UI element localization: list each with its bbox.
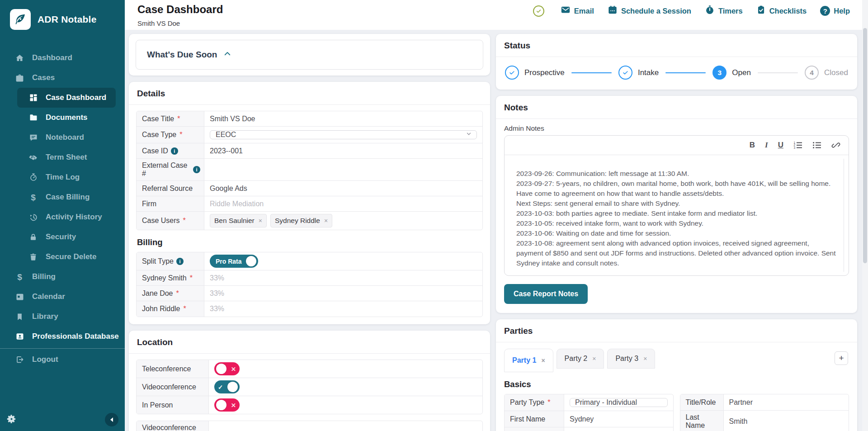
step-open[interactable]: 3 Open [712,66,751,80]
last-name-label: Last Name [680,411,724,431]
tab-party-1[interactable]: Party 1 × [504,349,553,372]
email-button[interactable]: Email [561,5,594,17]
external-case-field[interactable] [204,159,482,180]
case-users-row: Case Users* Ben Saulnier× Sydney Riddle× [137,212,482,230]
add-party-button[interactable]: + [835,351,848,365]
referral-source-field[interactable]: Google Ads [204,181,482,196]
sidebar-item-secure-delete[interactable]: Secure Delete [0,247,125,267]
sidebar-item-library[interactable]: Library [0,307,125,327]
sidebar-item-documents[interactable]: Documents [0,108,125,128]
teleconference-toggle[interactable] [214,362,240,375]
page-scrollbar-thumb[interactable] [863,28,867,263]
required-marker: * [190,274,193,282]
info-icon[interactable] [171,147,178,155]
brand-name: ADR Notable [38,14,97,25]
last-name-row: Last Name Smith [680,411,849,431]
case-report-notes-button[interactable]: Case Report Notes [504,284,588,304]
admin-notes-content[interactable]: 2023-09-26: Communication: left message … [505,155,849,275]
sidebar-item-time-log[interactable]: Time Log [0,167,125,187]
basics-left-table: Party Type* Primary - Individual First N… [504,394,674,431]
dollar-icon: $ [14,272,25,282]
whats-due-soon-card: What's Due Soon [129,34,490,76]
case-user-chip[interactable]: Sydney Riddle× [270,214,332,227]
first-name-field[interactable]: Sydney [564,411,673,427]
ordered-list-icon[interactable]: 123 [793,141,802,149]
abbreviation-field[interactable]: SS [564,427,673,431]
case-users-field[interactable]: Ben Saulnier× Sydney Riddle× [204,212,482,230]
checklists-button[interactable]: Checklists [756,5,807,17]
sidebar-bottom [6,413,118,426]
external-case-row: External Case # [137,159,482,181]
sidebar-item-dashboard[interactable]: Dashboard [0,48,125,68]
sidebar-item-label: Case Billing [46,193,90,202]
main-area: Case Dashboard Smith VS Doe Email Schedu… [125,0,868,431]
tab-party-3[interactable]: Party 3 × [607,349,655,369]
help-button[interactable]: ? Help [820,6,850,16]
close-tab-icon[interactable]: × [541,357,545,364]
settings-gear-icon[interactable] [6,414,17,426]
step-closed[interactable]: 4 Closed [805,66,848,80]
editor-scrollbar[interactable] [844,159,844,272]
sidebar-item-activity-history[interactable]: Activity History [0,207,125,227]
close-tab-icon[interactable]: × [643,355,647,362]
party-type-select[interactable]: Primary - Individual [570,398,668,407]
sidebar-item-label: Documents [46,113,88,122]
step-prospective[interactable]: Prospective [505,66,565,80]
jane-doe-field[interactable]: 33% [204,286,482,301]
case-id-field[interactable]: 2023--001 [204,143,482,158]
remove-chip-icon[interactable]: × [324,217,328,224]
firm-row: Firm Riddle Mediation [137,196,482,212]
pro-rata-toggle[interactable]: Pro Rata [210,255,258,268]
italic-icon[interactable]: I [765,141,768,150]
sidebar-item-security[interactable]: Security [0,227,125,247]
external-case-label: External Case # [137,159,204,180]
sidebar-item-case-dashboard[interactable]: Case Dashboard [17,88,116,108]
tab-party-2[interactable]: Party 2 × [557,349,604,369]
john-riddle-field[interactable]: 33% [204,301,482,317]
sidebar-item-calendar[interactable]: Calendar [0,287,125,307]
info-icon[interactable] [176,258,184,265]
close-tab-icon[interactable]: × [592,355,596,362]
case-user-chip[interactable]: Ben Saulnier× [210,214,267,227]
required-marker: * [183,217,186,225]
firm-field[interactable]: Riddle Mediation [204,196,482,211]
case-title-field[interactable]: Smith VS Doe [204,111,482,126]
step-intake[interactable]: Intake [618,66,659,80]
case-type-select[interactable]: EEOC [210,130,477,139]
last-name-field[interactable]: Smith [724,411,849,431]
videoconference-info-textarea[interactable] [209,421,482,431]
calendar-icon [608,5,618,17]
parties-card: Parties Party 1 × Party 2 × Party 3 × [496,319,857,431]
sidebar-item-term-sheet[interactable]: Term Sheet [0,147,125,167]
brand: ADR Notable [0,0,125,34]
basics-right-table: Title/Role Partner Last Name Smith Bill-… [680,394,849,431]
sidebar-item-logout[interactable]: Logout [0,350,125,369]
link-icon[interactable] [831,141,840,150]
bold-icon[interactable]: B [750,141,755,150]
sydney-smith-field[interactable]: 33% [204,270,482,285]
info-icon[interactable] [193,166,200,173]
right-column: Status Prospective Intake [496,34,857,431]
timers-button[interactable]: Timers [705,5,743,17]
split-type-row: Split Type Pro Rata [137,252,482,270]
chevron-left-icon [109,417,114,422]
whats-due-soon-title: What's Due Soon [147,50,217,60]
in-person-toggle[interactable] [214,398,240,412]
page-scrollbar[interactable] [862,0,868,431]
sidebar-item-cases[interactable]: Cases [0,68,125,88]
sidebar-item-professionals-database[interactable]: Professionals Database [0,327,125,346]
bullet-list-icon[interactable] [812,141,821,149]
videoconference-toggle[interactable] [214,380,240,393]
whats-due-soon-toggle[interactable]: What's Due Soon [136,40,483,70]
sidebar-collapse-button[interactable] [105,413,118,426]
underline-icon[interactable]: U [778,141,783,150]
remove-chip-icon[interactable]: × [259,217,262,224]
sidebar-item-label: Cases [32,73,55,82]
title-role-field[interactable]: Partner [724,394,849,410]
sidebar-item-billing[interactable]: $ Billing [0,267,125,287]
sidebar-item-noteboard[interactable]: Noteboard [0,128,125,147]
sidebar-item-label: Noteboard [46,133,84,142]
split-row: Sydney Smith* 33% [137,270,482,286]
schedule-session-button[interactable]: Schedule a Session [608,5,691,17]
sidebar-item-case-billing[interactable]: $ Case Billing [0,187,125,207]
